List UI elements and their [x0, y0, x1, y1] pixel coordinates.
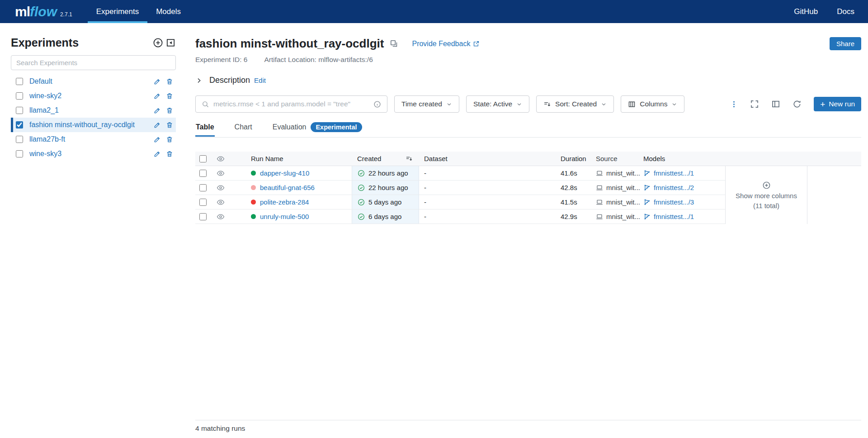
experiment-item-fashion-minst[interactable]: fashion minst-without_ray-ocdlgit	[11, 118, 176, 132]
run-model-link[interactable]: fmnisttest.../1	[654, 213, 694, 220]
refresh-icon[interactable]	[793, 100, 802, 109]
header-models: Models	[643, 152, 725, 166]
run-name-link[interactable]: polite-zebra-284	[260, 198, 309, 206]
experiment-label[interactable]: fashion minst-without_ray-ocdlgit	[29, 121, 154, 129]
time-created-filter-button[interactable]: Time created	[394, 95, 459, 113]
visibility-eye-icon[interactable]	[211, 152, 231, 166]
copy-title-icon[interactable]	[390, 39, 398, 48]
experiment-item-llama2_1[interactable]: llama2_1	[11, 103, 176, 118]
github-link[interactable]: GitHub	[794, 7, 818, 16]
chevron-down-icon	[516, 101, 522, 107]
runs-table: Run Name Created Dataset Duration Source…	[195, 152, 861, 224]
experiment-checkbox[interactable]	[16, 121, 23, 129]
run-name-link[interactable]: dapper-slug-410	[260, 169, 309, 177]
delete-experiment-icon[interactable]	[166, 121, 173, 129]
experiment-checkbox[interactable]	[16, 92, 23, 100]
mlflow-logo[interactable]: mlflow 2.7.1	[15, 4, 72, 19]
experiment-label[interactable]: wine-sky3	[29, 150, 154, 158]
registered-model-icon	[643, 198, 651, 206]
state-filter-button[interactable]: State: Active	[466, 95, 529, 113]
fullscreen-icon[interactable]	[750, 100, 759, 109]
sort-button[interactable]: Sort: Created	[536, 95, 614, 113]
run-duration: 42.8s	[556, 181, 592, 195]
edit-experiment-icon[interactable]	[154, 150, 161, 157]
edit-experiment-icon[interactable]	[154, 78, 161, 85]
run-model-link[interactable]: fmnisttest.../1	[654, 169, 694, 177]
edit-experiment-icon[interactable]	[154, 107, 161, 114]
columns-button[interactable]: Columns	[621, 95, 684, 113]
info-icon[interactable]	[373, 100, 381, 108]
share-button[interactable]: Share	[830, 37, 861, 50]
logo-ml-text: ml	[15, 4, 30, 19]
experiment-label[interactable]: wine-sky2	[29, 92, 154, 100]
experiment-item-wine-sky2[interactable]: wine-sky2	[11, 89, 176, 103]
select-all-checkbox[interactable]	[199, 155, 207, 162]
show-more-columns-button[interactable]: Show more columns (11 total)	[725, 166, 807, 224]
state-filter-label: State: Active	[473, 100, 512, 108]
docs-link[interactable]: Docs	[837, 7, 854, 16]
search-experiments-input[interactable]	[11, 55, 176, 70]
plus-circle-icon	[762, 181, 771, 190]
edit-experiment-icon[interactable]	[154, 136, 161, 143]
run-checkbox[interactable]	[199, 184, 207, 191]
experiment-item-llama27b-ft[interactable]: llama27b-ft	[11, 132, 176, 147]
run-color-dot	[251, 200, 256, 205]
collapse-sidebar-icon[interactable]	[165, 38, 176, 48]
delete-experiment-icon[interactable]	[166, 107, 173, 114]
run-visibility-eye-icon[interactable]	[211, 195, 231, 209]
header-filler	[807, 152, 861, 166]
run-model-link[interactable]: fmnisttest.../3	[654, 198, 694, 206]
run-visibility-eye-icon[interactable]	[211, 166, 231, 180]
nav-tab-models[interactable]: Models	[147, 0, 189, 23]
view-tabs: Table Chart Evaluation Experimental	[195, 120, 861, 138]
experiment-checkbox[interactable]	[16, 136, 23, 143]
runs-search-box[interactable]	[195, 95, 387, 113]
new-experiment-icon[interactable]	[153, 38, 163, 48]
edit-experiment-icon[interactable]	[154, 92, 161, 100]
experiment-label[interactable]: llama27b-ft	[29, 135, 154, 143]
experiment-item-wine-sky3[interactable]: wine-sky3	[11, 147, 176, 161]
delete-experiment-icon[interactable]	[166, 136, 173, 143]
experiment-checkbox[interactable]	[16, 107, 23, 114]
run-name-link[interactable]: unruly-mule-500	[260, 213, 309, 220]
matching-runs-status: 4 matching runs	[195, 420, 861, 438]
tab-chart[interactable]: Chart	[234, 121, 253, 136]
header-showmore-spacer	[725, 152, 807, 166]
header-created: Created	[352, 152, 419, 166]
description-expand-chevron-icon[interactable]	[195, 77, 203, 84]
search-icon	[202, 100, 209, 108]
tab-table[interactable]: Table	[195, 121, 215, 136]
run-checkbox[interactable]	[199, 170, 207, 177]
sort-icon	[543, 100, 551, 108]
new-run-button[interactable]: + New run	[814, 97, 861, 111]
delete-experiment-icon[interactable]	[166, 78, 173, 85]
top-navbar: mlflow 2.7.1 Experiments Models GitHub D…	[0, 0, 868, 23]
description-edit-link[interactable]: Edit	[254, 76, 266, 84]
side-panel-icon[interactable]	[771, 100, 780, 109]
run-name-link[interactable]: beautiful-gnat-656	[260, 184, 315, 191]
tab-evaluation[interactable]: Evaluation Experimental	[272, 120, 363, 137]
chevron-down-icon	[671, 101, 677, 107]
sort-descending-icon[interactable]	[406, 155, 413, 162]
delete-experiment-icon[interactable]	[166, 150, 173, 157]
run-model-link[interactable]: fmnisttest.../2	[654, 184, 694, 191]
status-finished-icon	[358, 170, 365, 177]
experiment-item-default[interactable]: Default	[11, 74, 176, 89]
run-checkbox[interactable]	[199, 213, 207, 220]
artifact-location-label: Artifact Location: mlflow-artifacts:/6	[264, 56, 373, 64]
run-checkbox[interactable]	[199, 199, 207, 206]
status-finished-icon	[358, 213, 365, 220]
provide-feedback-link[interactable]: Provide Feedback	[412, 40, 480, 48]
experiment-checkbox[interactable]	[16, 150, 23, 157]
more-options-kebab-icon[interactable]	[730, 100, 738, 108]
nav-tab-experiments[interactable]: Experiments	[88, 0, 147, 23]
chevron-down-icon	[601, 101, 607, 107]
delete-experiment-icon[interactable]	[166, 92, 173, 100]
experiment-label[interactable]: Default	[29, 77, 154, 86]
experiment-label[interactable]: llama2_1	[29, 106, 154, 114]
run-visibility-eye-icon[interactable]	[211, 209, 231, 224]
experiment-checkbox[interactable]	[16, 78, 23, 85]
edit-experiment-icon[interactable]	[154, 121, 161, 129]
run-visibility-eye-icon[interactable]	[211, 181, 231, 195]
runs-filter-input[interactable]	[213, 100, 369, 108]
